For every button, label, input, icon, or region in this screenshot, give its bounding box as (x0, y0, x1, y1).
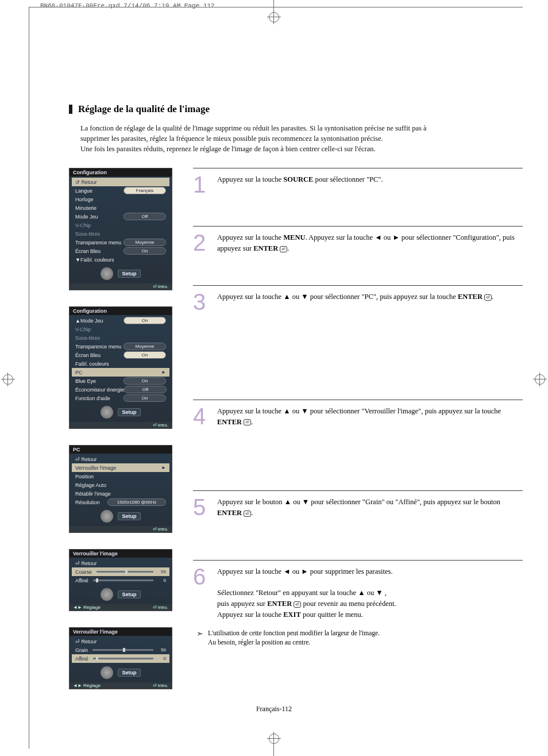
menu-item: ▲Mode Jeu (75, 318, 103, 324)
registration-mark (267, 732, 281, 746)
gear-icon (101, 510, 113, 523)
enter-icon: ⏎ (294, 601, 301, 608)
step-6: 6 Appuyez sur la touche ◄ ou ► pour supp… (193, 560, 523, 620)
osd-panel-pc: PC ⏎ Retour Verrouiller l'image► Positio… (69, 445, 172, 533)
menu-item: Résolution (75, 500, 100, 505)
menu-item: Économiseur énergie (75, 387, 124, 393)
enter-icon: ⏎ (484, 294, 492, 301)
step-number: 5 (193, 497, 209, 519)
menu-item: Réglage Auto (75, 482, 106, 488)
crop-mark (29, 7, 29, 749)
menu-item: Fonction d'aide (75, 396, 110, 401)
menu-item: Blue Eye (75, 378, 96, 384)
gear-icon (101, 406, 113, 419)
step-number: 4 (193, 406, 209, 428)
step-2: 2 Appuyez sur la touche MENU. Appuyez su… (193, 226, 523, 254)
enter-icon: ⏎ (280, 246, 287, 252)
page-footer: Français-112 (0, 705, 548, 713)
step-number: 2 (193, 232, 209, 254)
menu-back: ⏎ Retour (75, 639, 97, 644)
menu-back: ⏎ Retour (75, 456, 97, 462)
registration-mark (1, 373, 15, 386)
panel-title: Configuration (70, 168, 172, 176)
slider-affine: 0 (93, 656, 166, 661)
setup-label: Setup (118, 408, 140, 416)
section-title: Réglage de la qualité de l'image (78, 103, 210, 115)
menu-item: Écran Bleu (75, 352, 101, 358)
step-4: 4 Appuyez sur la touche ▲ ou ▼ pour séle… (193, 400, 523, 428)
intro-text: La fonction de réglage de la qualité de … (80, 123, 523, 154)
osd-panel-configuration-1: Configuration ↺ Retour LangueFrançais Ho… (69, 168, 172, 290)
menu-item: Coarse (75, 569, 92, 575)
slider-coarse: 50 (97, 569, 166, 574)
setup-label: Setup (118, 512, 140, 520)
note-icon: ➣ (196, 628, 203, 647)
gear-icon (101, 588, 113, 601)
menu-item: Écran Bleu (75, 248, 101, 254)
menu-item: V-Chip (75, 327, 91, 332)
menu-item: Sous-titres (75, 335, 100, 341)
step-number: 3 (193, 291, 209, 312)
menu-item: Sous-titres (75, 231, 100, 237)
menu-back: ↺ Retour (75, 179, 97, 185)
setup-label: Setup (118, 669, 140, 677)
setup-label: Setup (118, 270, 140, 278)
menu-item: Langue (75, 188, 92, 194)
panel-title: Verrouiller l'image (70, 628, 172, 636)
menu-item: Transparence menu (75, 240, 121, 245)
panel-footer: ⏎ Intro. (70, 422, 172, 428)
title-accent-bar (69, 105, 72, 114)
registration-mark (533, 373, 547, 386)
osd-panel-lock-image-1: Verrouiller l'image ⏎ Retour Coarse 50 A… (69, 549, 172, 611)
step-1: 1 Appuyez sur la touche SOURCE pour séle… (193, 168, 523, 195)
crop-mark (29, 7, 523, 7)
menu-item: Horloge (75, 197, 94, 202)
menu-item: Position (75, 474, 94, 479)
slider-grain: 50 (92, 647, 166, 653)
panel-footer: ◄► Réglage⏎ Intro. (70, 682, 172, 689)
osd-panel-lock-image-2: Verrouiller l'image ⏎ Retour Grain 50 Af… (69, 627, 172, 689)
enter-icon: ⏎ (244, 419, 251, 425)
menu-item: Faibl. couleurs (75, 361, 109, 367)
gear-icon (101, 666, 113, 679)
panel-title: PC (70, 446, 172, 454)
menu-item: Transparence menu (75, 344, 121, 350)
step-3: 3 Appuyez sur la touche ▲ ou ▼ pour séle… (193, 285, 523, 312)
gear-icon (101, 267, 113, 280)
enter-icon: ⏎ (244, 511, 251, 517)
panel-footer: ◄► Réglage⏎ Intro. (70, 604, 172, 611)
slider-affine: 0 (93, 578, 166, 583)
step-number: 6 (193, 566, 209, 620)
osd-panel-configuration-2: Configuration ▲Mode JeuOn V-Chip Sous-ti… (69, 306, 172, 429)
footnote: ➣ L'utilisation de cette fonction peut m… (196, 628, 523, 647)
menu-item: Grain (75, 647, 88, 653)
menu-back: ⏎ Retour (75, 561, 97, 566)
setup-label: Setup (118, 590, 140, 598)
panel-footer: ⏎ Intro. (70, 526, 172, 532)
menu-item: Minuterie (75, 205, 97, 211)
menu-item: ▼Faibl. couleurs (75, 257, 114, 263)
panel-title: Configuration (70, 307, 172, 315)
menu-item: Mode Jeu (75, 214, 98, 220)
step-5: 5 Appuyez sur le bouton ▲ ou ▼ pour séle… (193, 490, 523, 519)
menu-item: PC (75, 370, 83, 375)
panel-footer: ⏎ Intro. (70, 283, 172, 290)
print-header: BN68-01047F-00Fre.qxd 7/14/06 7:19 AM Pa… (40, 2, 215, 9)
menu-item: Verrouiller l'image (75, 465, 116, 471)
menu-item: V-Chip (75, 222, 91, 228)
menu-item: Affiné (75, 656, 88, 662)
menu-item: Rétablir l'image (75, 491, 111, 497)
menu-item: Affiné (75, 578, 88, 584)
registration-mark (267, 10, 281, 24)
step-number: 1 (193, 174, 209, 195)
panel-title: Verrouiller l'image (70, 550, 172, 558)
